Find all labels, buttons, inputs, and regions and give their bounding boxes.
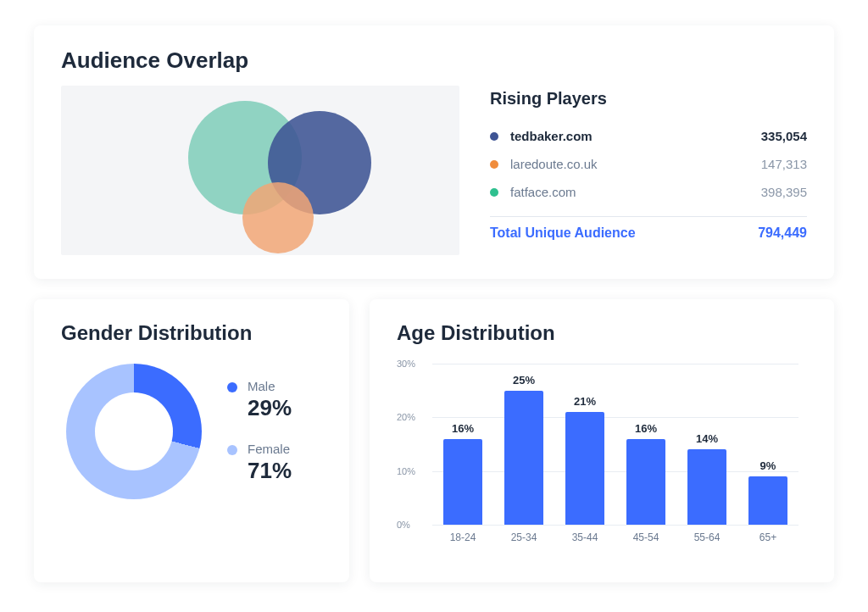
total-value: 794,449	[758, 225, 807, 241]
gender-chart-wrap: Male29%Female71%	[61, 364, 322, 499]
legend-item: Female71%	[227, 442, 292, 484]
bar	[565, 412, 604, 525]
player-dot-icon	[490, 188, 498, 197]
rising-players-panel: Rising Players tedbaker.com335,054laredo…	[490, 86, 807, 255]
x-tick-label: 35-44	[559, 531, 610, 543]
bar-value-label: 14%	[696, 432, 718, 445]
bar	[504, 391, 543, 525]
divider	[490, 216, 807, 217]
player-name: fatface.com	[510, 185, 761, 199]
bar	[748, 476, 787, 525]
donut-hole	[95, 392, 173, 470]
x-tick-label: 45-54	[620, 531, 671, 543]
bar-column: 16%	[437, 422, 488, 525]
overlap-body: Rising Players tedbaker.com335,054laredo…	[61, 86, 807, 255]
legend-item: Male29%	[227, 379, 292, 421]
bar-column: 14%	[682, 432, 732, 525]
bar	[443, 439, 482, 525]
bottom-row: Gender Distribution Male29%Female71% Age…	[34, 299, 834, 582]
gender-legend: Male29%Female71%	[227, 379, 292, 484]
x-tick-label: 25-34	[498, 531, 549, 543]
venn-circle-laredoute	[242, 182, 314, 253]
player-value: 147,313	[761, 157, 807, 171]
overlap-title: Audience Overlap	[61, 47, 807, 74]
gender-title: Gender Distribution	[61, 321, 322, 345]
legend-value: 71%	[248, 458, 292, 484]
bar-value-label: 25%	[513, 374, 535, 387]
bar-column: 25%	[498, 374, 549, 525]
player-name: tedbaker.com	[510, 129, 761, 143]
bar-column: 9%	[743, 459, 793, 525]
bar-column: 21%	[559, 395, 610, 525]
rising-players-title: Rising Players	[490, 89, 807, 108]
bar-value-label: 9%	[760, 459, 776, 472]
player-name: laredoute.co.uk	[510, 157, 761, 171]
legend-label: Female	[248, 442, 292, 456]
player-row: fatface.com398,395	[490, 178, 807, 206]
bar-column: 16%	[620, 422, 671, 525]
player-dot-icon	[490, 132, 498, 141]
x-tick-label: 18-24	[437, 531, 488, 543]
legend-text: Male29%	[248, 379, 292, 421]
total-row: Total Unique Audience 794,449	[490, 225, 807, 241]
bar	[626, 439, 665, 525]
legend-text: Female71%	[248, 442, 292, 484]
gender-card: Gender Distribution Male29%Female71%	[34, 299, 349, 582]
legend-value: 29%	[248, 395, 292, 421]
age-title: Age Distribution	[397, 321, 807, 345]
total-label: Total Unique Audience	[490, 225, 636, 241]
players-list: tedbaker.com335,054laredoute.co.uk147,31…	[490, 122, 807, 206]
player-row: laredoute.co.uk147,313	[490, 150, 807, 178]
y-tick-label: 10%	[397, 466, 415, 476]
audience-overlap-card: Audience Overlap Rising Players tedbaker…	[34, 25, 834, 279]
y-tick-label: 20%	[397, 412, 415, 422]
bar-value-label: 21%	[574, 395, 596, 408]
bar-value-label: 16%	[452, 422, 474, 435]
bar	[687, 449, 726, 525]
player-value: 335,054	[761, 129, 807, 143]
grid-line	[432, 525, 798, 526]
player-row: tedbaker.com335,054	[490, 122, 807, 150]
age-bar-chart: 0%10%20%30% 16%25%21%16%14%9% 18-2425-34…	[397, 364, 807, 559]
y-tick-label: 30%	[397, 359, 415, 369]
legend-dot-icon	[227, 382, 237, 392]
venn-diagram	[61, 86, 459, 255]
age-card: Age Distribution 0%10%20%30% 16%25%21%16…	[370, 299, 834, 582]
bar-value-label: 16%	[635, 422, 657, 435]
gender-donut-chart	[66, 364, 202, 499]
bars-container: 16%25%21%16%14%9%	[432, 364, 798, 525]
legend-label: Male	[248, 379, 292, 393]
y-tick-label: 0%	[397, 520, 410, 530]
x-tick-label: 55-64	[682, 531, 732, 543]
x-tick-label: 65+	[743, 531, 793, 543]
x-axis-labels: 18-2425-3435-4445-5455-6465+	[432, 531, 798, 543]
player-dot-icon	[490, 160, 498, 169]
player-value: 398,395	[761, 185, 807, 199]
legend-dot-icon	[227, 445, 237, 455]
